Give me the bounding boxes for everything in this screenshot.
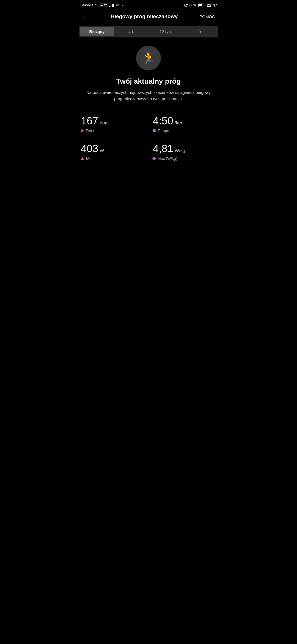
stat-cell-moc-w: 403 W Moc [80,138,148,166]
stat-value-tempo: 4:50 /km [153,115,214,127]
time-display: 21:47 [207,3,217,7]
tab-12tyg[interactable]: 12 tyg. [148,27,183,36]
stat-cell-moc-wkg: 4,81 W/kg Moc (W/kg) [148,138,217,166]
carrier-name: T-Mobile.pl [80,3,97,7]
tab-1r[interactable]: 1r. [183,27,217,36]
moc-w-indicator [81,157,84,160]
battery-percent: 66% [189,3,197,7]
bluetooth-icon [121,3,125,7]
header: ← Biegowy próg mleczanowy POMOC [74,9,223,26]
moc-wkg-indicator [152,157,156,160]
wifi-icon [115,3,120,7]
help-button[interactable]: POMOC [197,13,217,20]
tetno-label-row: Tętno [81,129,142,133]
tetno-indicator [81,129,84,132]
stat-value-moc-wkg: 4,81 W/kg [153,143,214,155]
stat-value-moc-w: 403 W [81,143,142,155]
running-circle: 🏃 [136,46,161,70]
back-button[interactable]: ← [80,12,91,21]
moc-w-label-row: Moc [81,156,142,161]
stats-grid: 167 bpm Tętno 4:50 /km Tempo 403 W Moc [80,110,217,166]
moc-w-label: Moc [86,156,93,161]
status-left: T-Mobile.pl VoLTE [80,3,125,7]
tetno-number: 167 [81,115,98,127]
running-icon-container: 🏃 [74,46,223,70]
battery-icon [198,4,205,7]
tempo-label-row: Tempo [153,129,214,133]
volte-badge: VoLTE [99,4,108,7]
alarm-icon [183,3,188,7]
tempo-unit: /km [175,121,182,126]
main-description: Na podstawie naszych najnowszych szacunk… [74,89,223,102]
running-icon: 🏃 [141,52,156,64]
moc-wkg-number: 4,81 [153,143,173,155]
moc-w-unit: W [100,148,104,154]
stat-value-tetno: 167 bpm [81,115,142,127]
moc-w-number: 403 [81,143,98,155]
main-title: Twój aktualny próg [74,77,223,86]
status-right: 66% 21:47 [183,3,217,7]
moc-wkg-label-row: Moc (W/kg) [153,156,214,161]
tetno-label: Tętno [86,129,95,133]
status-bar: T-Mobile.pl VoLTE 66% 21:4 [74,0,223,9]
tempo-label: Tempo [158,129,169,133]
tab-bar: Bieżący 4 t. 12 tyg. 1r. [79,26,218,37]
page-title: Biegowy próg mleczanowy [91,13,197,20]
signal-bars [109,3,114,7]
tetno-unit: bpm [100,121,109,126]
tab-4t[interactable]: 4 t. [114,27,148,36]
moc-wkg-unit: W/kg [175,148,185,154]
tempo-indicator [153,129,156,132]
stat-cell-tempo: 4:50 /km Tempo [148,110,217,138]
moc-wkg-label: Moc (W/kg) [158,156,177,161]
stat-cell-tetno: 167 bpm Tętno [80,110,148,138]
tab-biezacy[interactable]: Bieżący [80,27,114,36]
tempo-number: 4:50 [153,115,173,127]
